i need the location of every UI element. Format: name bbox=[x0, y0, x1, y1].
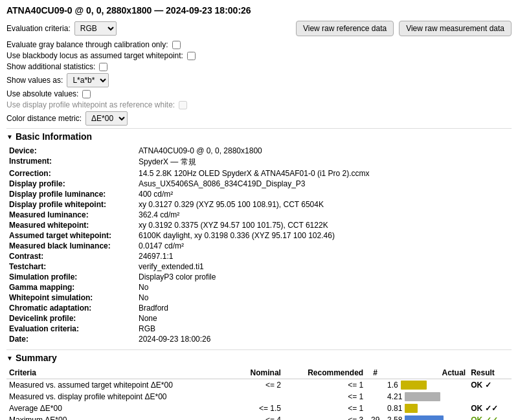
page-title: ATNA40CU09-0 @ 0, 0, 2880x1800 — 2024-09… bbox=[6, 5, 512, 16]
info-label: Correction: bbox=[6, 168, 136, 179]
view-raw-measurement-button[interactable]: View raw measurement data bbox=[399, 21, 512, 36]
info-label: Evaluation criteria: bbox=[6, 324, 136, 334]
color-metric-row: Color distance metric: ΔE*00 ΔE*94 ΔE*76 bbox=[6, 111, 512, 126]
blackbody-label: Use blackbody locus as assumed target wh… bbox=[6, 51, 183, 60]
triangle-icon-2: ▼ bbox=[6, 355, 13, 362]
color-metric-label: Color distance metric: bbox=[6, 114, 82, 123]
summary-recommended: <= 1 bbox=[284, 379, 366, 392]
blackbody-checkbox[interactable] bbox=[187, 52, 196, 60]
display-profile-label: Use display profile whitepoint as refere… bbox=[6, 100, 175, 109]
summary-nominal: <= 4 bbox=[235, 414, 284, 420]
page-wrapper: ATNA40CU09-0 @ 0, 0, 2880x1800 — 2024-09… bbox=[0, 0, 518, 420]
info-value: 362.4 cd/m² bbox=[136, 210, 512, 220]
abs-values-checkbox[interactable] bbox=[82, 90, 91, 98]
basic-info-row: Gamma mapping: No bbox=[6, 282, 512, 293]
actual-value: 1.6 bbox=[387, 381, 398, 390]
actual-bar-cell: 1.6 bbox=[387, 381, 466, 390]
summary-actual: 4.21 bbox=[385, 391, 468, 403]
info-label: Whitepoint simulation: bbox=[6, 293, 136, 303]
view-raw-reference-button[interactable]: View raw reference data bbox=[296, 21, 394, 36]
show-stats-checkbox[interactable] bbox=[99, 63, 107, 71]
summary-recommended: <= 3 bbox=[284, 414, 366, 420]
col-recommended: Recommended bbox=[284, 367, 366, 379]
basic-info-table: Device: ATNA40CU09-0 @ 0, 0, 2880x1800 I… bbox=[6, 146, 512, 344]
actual-value: 2.58 bbox=[387, 415, 402, 420]
basic-info-row: Simulation profile: DisplayP3 color prof… bbox=[6, 272, 512, 282]
basic-info-title: Basic Information bbox=[16, 131, 92, 142]
show-stats-row: Show additional statistics: bbox=[6, 62, 512, 71]
info-label: Measured black luminance: bbox=[6, 241, 136, 251]
display-profile-row: Use display profile whitepoint as refere… bbox=[6, 100, 512, 109]
display-profile-checkbox bbox=[179, 101, 187, 109]
summary-criteria: Measured vs. assumed target whitepoint Δ… bbox=[6, 379, 235, 392]
divider-2 bbox=[6, 349, 512, 350]
actual-bar-cell: 2.58 bbox=[387, 415, 466, 420]
info-value: None bbox=[136, 313, 512, 324]
abs-values-label: Use absolute values: bbox=[6, 89, 78, 98]
abs-values-row: Use absolute values: bbox=[6, 89, 512, 98]
info-label: Chromatic adaptation: bbox=[6, 303, 136, 313]
show-values-select[interactable]: L*a*b* XYZ xyY bbox=[67, 73, 109, 87]
info-value: Asus_UX5406SA_8086_834C419D_Display_P3 bbox=[136, 179, 512, 189]
summary-hash bbox=[366, 391, 385, 403]
eval-criteria-select[interactable]: RGB L*a*b* XYZ bbox=[74, 21, 117, 36]
info-label: Instrument: bbox=[6, 156, 136, 168]
basic-info-row: Display profile luminance: 400 cd/m² bbox=[6, 189, 512, 199]
basic-info-row: Date: 2024-09-23 18:00:26 bbox=[6, 334, 512, 344]
basic-info-row: Correction: 14.5 2.8K 120Hz OLED SpyderX… bbox=[6, 168, 512, 179]
actual-bar-cell: 4.21 bbox=[387, 392, 466, 401]
basic-info-row: Evaluation criteria: RGB bbox=[6, 324, 512, 334]
basic-info-row: Contrast: 24697.1:1 bbox=[6, 251, 512, 261]
col-hash: # bbox=[366, 367, 385, 379]
actual-bar bbox=[401, 381, 427, 390]
info-value: 24697.1:1 bbox=[136, 251, 512, 261]
show-values-label: Show values as: bbox=[6, 76, 63, 85]
basic-info-row: Measured black luminance: 0.0147 cd/m² bbox=[6, 241, 512, 251]
info-label: Simulation profile: bbox=[6, 272, 136, 282]
basic-info-row: Display profile whitepoint: xy 0.3127 0.… bbox=[6, 199, 512, 210]
eval-criteria-row: Evaluation criteria: RGB L*a*b* XYZ bbox=[6, 21, 117, 36]
summary-hash: 29 bbox=[366, 414, 385, 420]
gray-balance-checkbox[interactable] bbox=[172, 41, 181, 49]
info-label: Testchart: bbox=[6, 261, 136, 272]
summary-criteria: Measured vs. display profile whitepoint … bbox=[6, 391, 235, 403]
show-stats-label: Show additional statistics: bbox=[6, 62, 95, 71]
col-criteria: Criteria bbox=[6, 367, 235, 379]
summary-result: OK ✓✓ bbox=[468, 414, 512, 420]
summary-hash bbox=[366, 379, 385, 392]
info-label: Assumed target whitepoint: bbox=[6, 230, 136, 241]
basic-info-row: Assumed target whitepoint: 6100K dayligh… bbox=[6, 230, 512, 241]
color-metric-select[interactable]: ΔE*00 ΔE*94 ΔE*76 bbox=[85, 111, 128, 126]
actual-bar bbox=[405, 404, 418, 413]
info-label: Device: bbox=[6, 146, 136, 156]
basic-info-row: Whitepoint simulation: No bbox=[6, 293, 512, 303]
info-value: SpyderX — 常規 bbox=[136, 156, 512, 168]
info-value: 0.0147 cd/m² bbox=[136, 241, 512, 251]
info-value: verify_extended.ti1 bbox=[136, 261, 512, 272]
col-nominal: Nominal bbox=[235, 367, 284, 379]
summary-recommended: <= 1 bbox=[284, 391, 366, 403]
info-label: Gamma mapping: bbox=[6, 282, 136, 293]
actual-value: 4.21 bbox=[387, 392, 402, 401]
triangle-icon: ▼ bbox=[6, 133, 13, 140]
info-label: Display profile whitepoint: bbox=[6, 199, 136, 210]
summary-nominal: <= 2 bbox=[235, 379, 284, 392]
actual-value: 0.81 bbox=[387, 404, 402, 413]
info-label: Measured whitepoint: bbox=[6, 220, 136, 230]
summary-recommended: <= 1 bbox=[284, 403, 366, 414]
info-label: Display profile: bbox=[6, 179, 136, 189]
summary-hash bbox=[366, 403, 385, 414]
summary-header: ▼ Summary bbox=[6, 353, 512, 363]
basic-info-row: Instrument: SpyderX — 常規 bbox=[6, 156, 512, 168]
info-value: DisplayP3 color profile bbox=[136, 272, 512, 282]
basic-info-row: Devicelink profile: None bbox=[6, 313, 512, 324]
summary-result: OK ✓✓ bbox=[468, 403, 512, 414]
info-label: Display profile luminance: bbox=[6, 189, 136, 199]
info-value: No bbox=[136, 282, 512, 293]
summary-row: Average ΔE*00 <= 1.5 <= 1 0.81 OK ✓✓ bbox=[6, 403, 512, 414]
summary-row: Maximum ΔE*00 <= 4 <= 3 29 2.58 OK ✓✓ bbox=[6, 414, 512, 420]
info-value: RGB bbox=[136, 324, 512, 334]
info-value: 2024-09-23 18:00:26 bbox=[136, 334, 512, 344]
basic-info-row: Measured whitepoint: xy 0.3192 0.3375 (X… bbox=[6, 220, 512, 230]
info-label: Contrast: bbox=[6, 251, 136, 261]
